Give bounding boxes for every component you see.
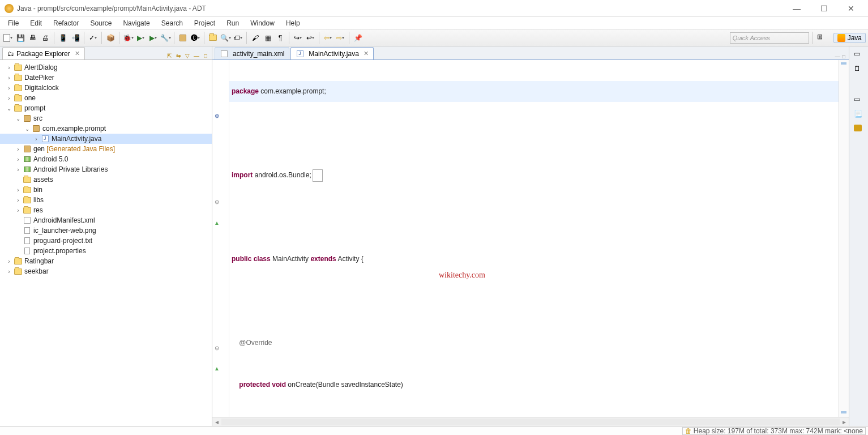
expand-icon[interactable]: › <box>14 167 23 173</box>
next-annotation-button[interactable]: ↪▾ <box>293 33 303 43</box>
toggle-block-button[interactable]: ▦ <box>263 33 273 43</box>
expand-icon[interactable]: › <box>14 156 23 163</box>
save-all-button[interactable]: 🖶 <box>28 33 38 43</box>
expand-icon[interactable]: › <box>5 75 14 81</box>
tree-item[interactable]: ›Android 5.0 <box>0 154 212 164</box>
prev-annotation-button[interactable]: ↩▾ <box>305 33 315 43</box>
menu-edit[interactable]: Edit <box>24 18 48 28</box>
package-explorer-tab[interactable]: 🗂 Package Explorer ✕ <box>2 47 85 59</box>
minimize-button[interactable]: — <box>784 2 809 15</box>
menu-window[interactable]: Window <box>245 18 280 28</box>
heap-status[interactable]: 🗑 Heap size: 197M of total: 373M max: 74… <box>682 427 866 435</box>
tree-item[interactable]: project.properties <box>0 246 212 256</box>
outline-view-icon[interactable]: 🗒 <box>854 65 864 75</box>
perspective-java[interactable]: Java <box>833 33 866 43</box>
maximize-button[interactable]: ☐ <box>811 2 836 15</box>
print-button[interactable]: 🖨 <box>40 33 50 43</box>
close-view-icon[interactable]: ✕ <box>75 50 80 57</box>
expand-icon[interactable]: › <box>5 85 14 91</box>
debug-button[interactable]: 🐞▾ <box>123 33 133 43</box>
tree-item[interactable]: ›seekbar <box>0 266 212 276</box>
scroll-left-icon[interactable]: ◂ <box>212 418 221 426</box>
tree-item[interactable]: ›Digitalclock <box>0 83 212 93</box>
pin-button[interactable]: 📌 <box>353 33 363 43</box>
tree-item[interactable]: ›MainActivity.java <box>0 134 212 144</box>
fold-expand-icon[interactable]: ⊕ <box>213 112 220 119</box>
lint-button[interactable]: ✓▾ <box>88 33 98 43</box>
tree-item[interactable]: proguard-project.txt <box>0 236 212 246</box>
tree-item[interactable]: ›res <box>0 205 212 215</box>
expand-icon[interactable]: › <box>5 95 14 101</box>
editor-minimize-button[interactable]: — <box>835 54 840 59</box>
tree-item[interactable]: ⌄prompt <box>0 103 212 113</box>
expand-icon[interactable]: ⌄ <box>23 126 32 132</box>
tree-item[interactable]: ⌄com.example.prompt <box>0 123 212 134</box>
editor-tab[interactable]: activity_main.xml <box>215 47 289 59</box>
run-last-button[interactable]: ▶▾ <box>148 33 158 43</box>
tree-item[interactable]: ›Ratingbar <box>0 256 212 266</box>
expand-icon[interactable]: › <box>5 268 14 275</box>
editor-maximize-button[interactable]: □ <box>843 54 845 59</box>
minimize-view-button[interactable]: — <box>193 52 200 59</box>
tree-item[interactable]: ›AlertDialog <box>0 62 212 72</box>
tree-item[interactable]: ic_launcher-web.png <box>0 225 212 236</box>
expand-icon[interactable]: › <box>5 65 14 71</box>
editor-tab[interactable]: MainActivity.java✕ <box>290 47 373 59</box>
code-editor[interactable]: package com.example.prompt; import andro… <box>229 60 839 417</box>
tree-item[interactable]: ›bin <box>0 185 212 195</box>
editor-horizontal-scrollbar[interactable]: ◂ ▸ <box>212 417 849 426</box>
toggle-mark-button[interactable]: 🖌 <box>250 33 260 43</box>
menu-search[interactable]: Search <box>156 18 189 28</box>
close-tab-icon[interactable]: ✕ <box>364 50 369 57</box>
new-button[interactable]: ▾ <box>3 33 13 43</box>
open-perspective-button[interactable]: ⊞ <box>817 33 827 43</box>
forward-button[interactable]: ⇨▾ <box>335 33 345 43</box>
new-project-button[interactable]: 📦 <box>105 33 116 43</box>
link-editor-button[interactable]: ⇆ <box>174 52 182 59</box>
menu-run[interactable]: Run <box>221 18 245 28</box>
tree-item[interactable]: ›gen [Generated Java Files] <box>0 144 212 154</box>
fold-collapse-icon[interactable]: ⊖ <box>213 344 220 351</box>
open-type-button[interactable] <box>208 33 218 43</box>
menu-refactor[interactable]: Refactor <box>48 18 84 28</box>
expand-icon[interactable]: › <box>14 146 23 152</box>
save-button[interactable]: 💾 <box>15 33 25 43</box>
tree-item[interactable]: ⌄src <box>0 113 212 123</box>
menu-file[interactable]: File <box>2 18 24 28</box>
expand-icon[interactable]: ⌄ <box>5 105 14 112</box>
close-button[interactable]: ✕ <box>839 2 863 15</box>
expand-icon[interactable]: › <box>5 258 14 265</box>
expand-icon[interactable]: › <box>32 136 41 142</box>
back-button[interactable]: ⇦▾ <box>323 33 333 43</box>
fold-collapse-icon[interactable]: ⊖ <box>213 198 220 205</box>
avd-manager-button[interactable]: 📲 <box>70 33 80 43</box>
expand-icon[interactable]: ⌄ <box>14 116 23 122</box>
restore-icon[interactable]: ▭ <box>854 50 864 60</box>
project-tree[interactable]: ›AlertDialog›DatePiker›Digitalclock›one⌄… <box>0 60 212 426</box>
tree-item[interactable]: ›libs <box>0 195 212 205</box>
build-view-icon[interactable] <box>854 125 864 135</box>
tree-item[interactable]: assets <box>0 174 212 185</box>
menu-navigate[interactable]: Navigate <box>117 18 155 28</box>
menu-help[interactable]: Help <box>280 18 306 28</box>
new-class-button[interactable]: 🅒▾ <box>190 33 200 43</box>
overview-ruler[interactable] <box>839 60 849 417</box>
run-button[interactable]: ▶▾ <box>135 33 146 43</box>
search-button[interactable]: 🔍▾ <box>220 33 230 43</box>
task-list-view-icon[interactable]: 📃 <box>854 110 864 120</box>
expand-icon[interactable]: › <box>14 187 23 193</box>
task-button[interactable]: 🏷▾ <box>233 33 243 43</box>
folded-marker-icon[interactable] <box>313 169 323 182</box>
tree-item[interactable]: ›Android Private Libraries <box>0 164 212 174</box>
menu-source[interactable]: Source <box>84 18 117 28</box>
restore-icon[interactable]: ▭ <box>854 95 864 105</box>
tree-item[interactable]: ›DatePiker <box>0 72 212 83</box>
sdk-manager-button[interactable]: 📱 <box>58 33 68 43</box>
expand-icon[interactable]: › <box>14 207 23 214</box>
quick-access-input[interactable]: Quick Access <box>730 32 809 44</box>
tree-item[interactable]: ›one <box>0 93 212 103</box>
tree-item[interactable]: AndroidManifest.xml <box>0 215 212 225</box>
maximize-view-button[interactable]: □ <box>202 52 209 59</box>
new-package-button[interactable] <box>178 33 188 43</box>
scroll-right-icon[interactable]: ▸ <box>840 418 849 426</box>
